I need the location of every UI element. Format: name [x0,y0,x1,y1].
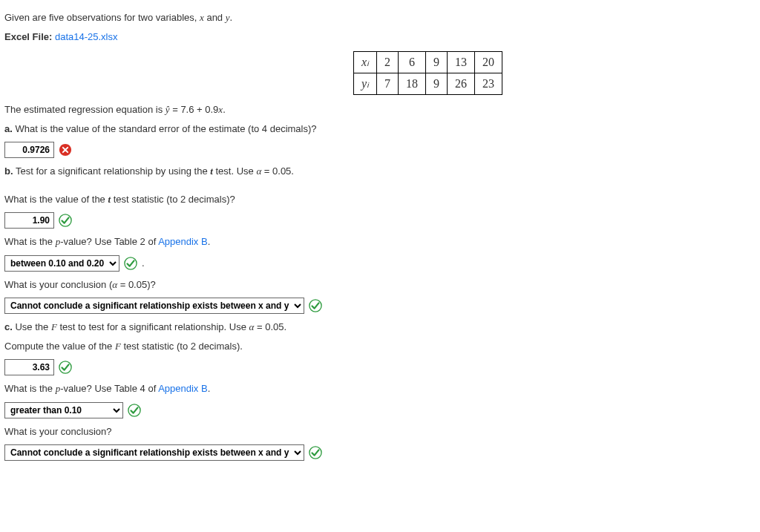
p-value-c-select[interactable]: greater than 0.10 [4,402,123,418]
table-cell: 23 [475,73,502,95]
excel-file-link[interactable]: data14-25.xlsx [55,31,118,42]
correct-icon [124,257,137,270]
excel-file-label: Excel File: [4,31,52,42]
correct-icon [59,361,72,374]
question-b-prompt: b. Test for a significant relationship b… [4,164,756,179]
table-cell: 2 [377,52,399,73]
svg-point-4 [59,361,71,373]
p-value-b-prompt: What is the p-value? Use Table 2 of Appe… [4,234,756,249]
incorrect-icon [59,143,72,157]
table-cell: 20 [475,52,502,73]
regression-equation: The estimated regression equation is ŷ =… [4,102,756,117]
conclusion-c-select[interactable]: Cannot conclude a significant relationsh… [4,444,304,461]
conclusion-b-prompt: What is your conclusion (α = 0.05)? [4,278,756,292]
question-c-prompt: c. Use the F test to test for a signific… [4,320,756,335]
table-cell: 7 [377,73,399,95]
svg-point-3 [309,300,321,312]
appendix-b-link-2[interactable]: Appendix B [158,383,208,394]
svg-point-1 [59,214,71,226]
answer-a-input[interactable] [4,142,54,158]
svg-point-5 [128,404,140,416]
svg-point-6 [309,447,321,459]
table-cell: 13 [448,52,475,73]
p-value-c-prompt: What is the p-value? Use Table 4 of Appe… [4,381,756,396]
table-cell: 26 [448,73,475,95]
answer-f-stat-input[interactable] [4,359,54,375]
table-cell: 9 [426,73,448,95]
question-a-prompt: a. What is the value of the standard err… [4,122,756,137]
correct-icon [128,404,141,417]
conclusion-c-prompt: What is your conclusion? [4,424,756,439]
conclusion-b-select[interactable]: Cannot conclude a significant relationsh… [4,298,304,314]
table-cell: 18 [399,73,426,95]
excel-file-line: Excel File: data14-25.xlsx [4,30,756,45]
table-row-head-x: xᵢ [354,52,377,73]
table-row-head-y: yᵢ [354,73,377,95]
table-cell: 6 [399,52,426,73]
answer-t-stat-input[interactable] [4,212,54,229]
correct-icon [309,446,322,459]
correct-icon [309,299,322,312]
f-compute-prompt: Compute the value of the F test statisti… [4,339,756,354]
correct-icon [59,214,72,227]
table-cell: 9 [426,52,448,73]
appendix-b-link[interactable]: Appendix B [158,236,208,247]
t-stat-prompt: What is the value of the t test statisti… [4,192,756,207]
svg-point-2 [125,257,137,269]
p-value-b-select[interactable]: between 0.10 and 0.20 [4,255,119,272]
intro-text: Given are five observations for two vari… [4,10,756,25]
data-table: xᵢ 2 6 9 13 20 yᵢ 7 18 9 26 23 [353,51,502,95]
